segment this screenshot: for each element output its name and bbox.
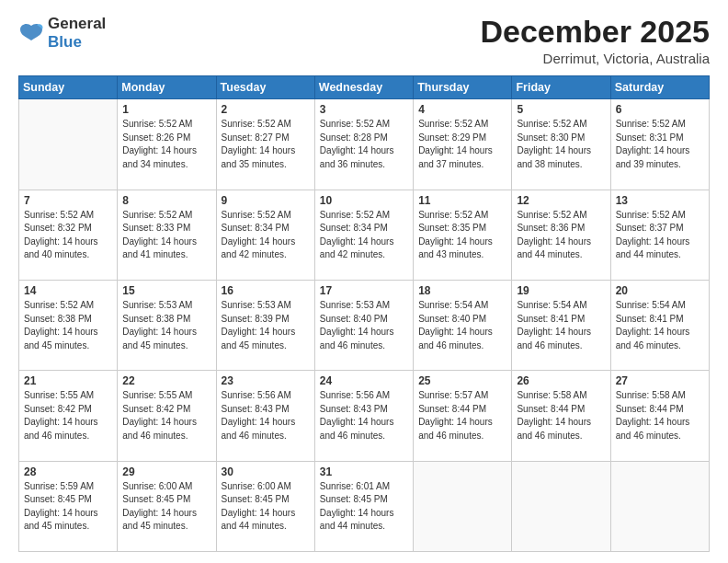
info-line: Sunrise: 5:52 AM <box>222 209 310 223</box>
info-line: Daylight: 14 hours <box>616 144 704 158</box>
cell-info: Sunrise: 5:52 AMSunset: 8:31 PMDaylight:… <box>616 118 704 171</box>
cell-info: Sunrise: 5:52 AMSunset: 8:30 PMDaylight:… <box>517 118 605 171</box>
title-block: December 2025 Derrimut, Victoria, Austra… <box>480 15 710 66</box>
info-line: Sunset: 8:39 PM <box>222 313 310 327</box>
info-line: Sunset: 8:42 PM <box>122 403 210 417</box>
day-number: 7 <box>24 194 112 207</box>
info-line: and 35 minutes. <box>222 158 310 172</box>
table-row: 25Sunrise: 5:57 AMSunset: 8:44 PMDayligh… <box>414 371 512 461</box>
info-line: Sunrise: 5:52 AM <box>122 209 210 223</box>
day-number: 3 <box>320 103 408 116</box>
info-line: and 46 minutes. <box>616 339 704 353</box>
cell-info: Sunrise: 5:53 AMSunset: 8:40 PMDaylight:… <box>320 299 408 352</box>
table-row: 22Sunrise: 5:55 AMSunset: 8:42 PMDayligh… <box>118 371 216 461</box>
info-line: Sunset: 8:29 PM <box>418 132 506 145</box>
day-number: 29 <box>122 465 210 478</box>
info-line: and 46 minutes. <box>320 430 408 443</box>
table-row: 1Sunrise: 5:52 AMSunset: 8:26 PMDaylight… <box>118 99 216 190</box>
day-number: 4 <box>418 103 506 116</box>
cell-info: Sunrise: 5:55 AMSunset: 8:42 PMDaylight:… <box>122 389 210 442</box>
table-row: 8Sunrise: 5:52 AMSunset: 8:33 PMDaylight… <box>118 190 216 280</box>
table-row: 27Sunrise: 5:58 AMSunset: 8:44 PMDayligh… <box>610 371 709 461</box>
info-line: Daylight: 14 hours <box>222 507 310 521</box>
cell-info: Sunrise: 5:54 AMSunset: 8:41 PMDaylight:… <box>517 299 605 352</box>
cell-info: Sunrise: 5:58 AMSunset: 8:44 PMDaylight:… <box>517 389 605 442</box>
info-line: Sunrise: 5:58 AM <box>616 389 704 403</box>
calendar-week-row: 7Sunrise: 5:52 AMSunset: 8:32 PMDaylight… <box>19 190 710 280</box>
table-row: 23Sunrise: 5:56 AMSunset: 8:43 PMDayligh… <box>216 371 314 461</box>
info-line: Daylight: 14 hours <box>122 236 210 249</box>
info-line: Sunrise: 5:57 AM <box>418 389 506 403</box>
info-line: and 46 minutes. <box>616 430 704 443</box>
info-line: and 41 minutes. <box>122 248 210 262</box>
cell-info: Sunrise: 5:55 AMSunset: 8:42 PMDaylight:… <box>24 389 112 442</box>
info-line: and 44 minutes. <box>517 248 605 262</box>
info-line: and 40 minutes. <box>24 248 112 262</box>
info-line: Sunset: 8:44 PM <box>616 403 704 417</box>
info-line: and 36 minutes. <box>320 158 408 172</box>
day-number: 28 <box>24 465 112 478</box>
info-line: and 39 minutes. <box>616 158 704 172</box>
table-row: 28Sunrise: 5:59 AMSunset: 8:45 PMDayligh… <box>19 461 118 551</box>
info-line: Sunrise: 5:52 AM <box>24 299 112 313</box>
info-line: Daylight: 14 hours <box>616 236 704 249</box>
col-thursday: Thursday <box>414 76 512 99</box>
info-line: and 46 minutes. <box>24 430 112 443</box>
table-row: 31Sunrise: 6:01 AMSunset: 8:45 PMDayligh… <box>314 461 413 551</box>
info-line: Sunrise: 5:53 AM <box>320 299 408 313</box>
info-line: Daylight: 14 hours <box>517 416 605 430</box>
info-line: Sunset: 8:34 PM <box>320 222 408 236</box>
info-line: Sunrise: 5:52 AM <box>418 209 506 223</box>
table-row: 16Sunrise: 5:53 AMSunset: 8:39 PMDayligh… <box>216 281 314 371</box>
col-wednesday: Wednesday <box>314 76 413 99</box>
cell-info: Sunrise: 5:52 AMSunset: 8:29 PMDaylight:… <box>418 118 506 171</box>
day-number: 5 <box>517 103 605 116</box>
col-friday: Friday <box>512 76 610 99</box>
col-sunday: Sunday <box>19 76 118 99</box>
day-number: 9 <box>222 194 310 207</box>
info-line: Daylight: 14 hours <box>517 236 605 249</box>
info-line: Daylight: 14 hours <box>222 416 310 430</box>
day-number: 24 <box>320 374 408 387</box>
cell-info: Sunrise: 5:52 AMSunset: 8:34 PMDaylight:… <box>320 209 408 262</box>
info-line: Daylight: 14 hours <box>122 326 210 339</box>
day-number: 16 <box>222 284 310 297</box>
cell-info: Sunrise: 5:58 AMSunset: 8:44 PMDaylight:… <box>616 389 704 442</box>
info-line: Sunrise: 5:52 AM <box>418 118 506 132</box>
table-row: 20Sunrise: 5:54 AMSunset: 8:41 PMDayligh… <box>610 281 709 371</box>
info-line: Sunrise: 5:52 AM <box>222 118 310 132</box>
info-line: Daylight: 14 hours <box>320 144 408 158</box>
info-line: and 46 minutes. <box>418 339 506 353</box>
info-line: and 42 minutes. <box>222 248 310 262</box>
info-line: Sunrise: 5:54 AM <box>418 299 506 313</box>
info-line: Sunrise: 5:52 AM <box>122 118 210 132</box>
logo-line1: General <box>48 15 106 33</box>
cell-info: Sunrise: 5:52 AMSunset: 8:28 PMDaylight:… <box>320 118 408 171</box>
calendar-week-row: 1Sunrise: 5:52 AMSunset: 8:26 PMDaylight… <box>19 99 710 190</box>
day-number: 10 <box>320 194 408 207</box>
info-line: and 42 minutes. <box>320 248 408 262</box>
table-row: 9Sunrise: 5:52 AMSunset: 8:34 PMDaylight… <box>216 190 314 280</box>
info-line: Sunrise: 5:52 AM <box>517 118 605 132</box>
table-row: 21Sunrise: 5:55 AMSunset: 8:42 PMDayligh… <box>19 371 118 461</box>
info-line: and 46 minutes. <box>517 339 605 353</box>
info-line: Sunset: 8:33 PM <box>122 222 210 236</box>
info-line: Sunset: 8:40 PM <box>418 313 506 327</box>
info-line: Sunset: 8:45 PM <box>122 493 210 507</box>
cell-info: Sunrise: 5:52 AMSunset: 8:37 PMDaylight:… <box>616 209 704 262</box>
info-line: Sunset: 8:42 PM <box>24 403 112 417</box>
info-line: Sunset: 8:44 PM <box>418 403 506 417</box>
col-saturday: Saturday <box>610 76 709 99</box>
info-line: Sunset: 8:40 PM <box>320 313 408 327</box>
cell-info: Sunrise: 6:00 AMSunset: 8:45 PMDaylight:… <box>222 480 310 534</box>
table-row: 13Sunrise: 5:52 AMSunset: 8:37 PMDayligh… <box>610 190 709 280</box>
info-line: Sunset: 8:45 PM <box>24 493 112 507</box>
info-line: Sunset: 8:43 PM <box>320 403 408 417</box>
day-number: 8 <box>122 194 210 207</box>
info-line: and 44 minutes. <box>320 520 408 534</box>
cell-info: Sunrise: 5:52 AMSunset: 8:34 PMDaylight:… <box>222 209 310 262</box>
cell-info: Sunrise: 5:54 AMSunset: 8:40 PMDaylight:… <box>418 299 506 352</box>
info-line: and 46 minutes. <box>320 339 408 353</box>
cell-info: Sunrise: 5:54 AMSunset: 8:41 PMDaylight:… <box>616 299 704 352</box>
info-line: Sunrise: 5:54 AM <box>616 299 704 313</box>
